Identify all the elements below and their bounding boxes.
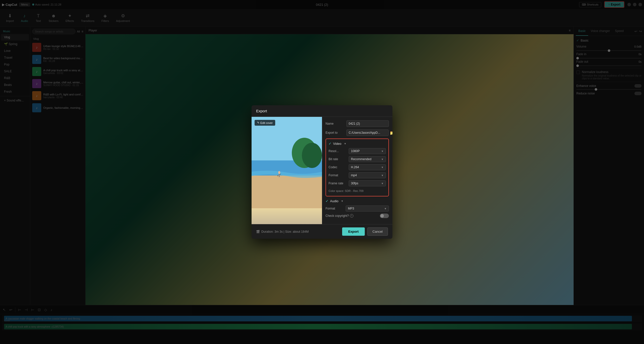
modal-overlay: Export	[0, 0, 322, 172]
edit-cover-button[interactable]: ✎ Edit cover	[255, 120, 275, 126]
edit-cover-icon: ✎	[257, 121, 259, 124]
modal-body: ✎ Edit cover Name Export to 📁	[252, 117, 322, 172]
svg-point-3	[302, 143, 322, 168]
modal-preview: ✎ Edit cover	[252, 117, 322, 172]
export-modal: Export	[252, 105, 322, 172]
edit-cover-label: Edit cover	[260, 121, 273, 124]
modal-title: Export	[256, 109, 267, 113]
modal-header: Export	[252, 105, 322, 117]
